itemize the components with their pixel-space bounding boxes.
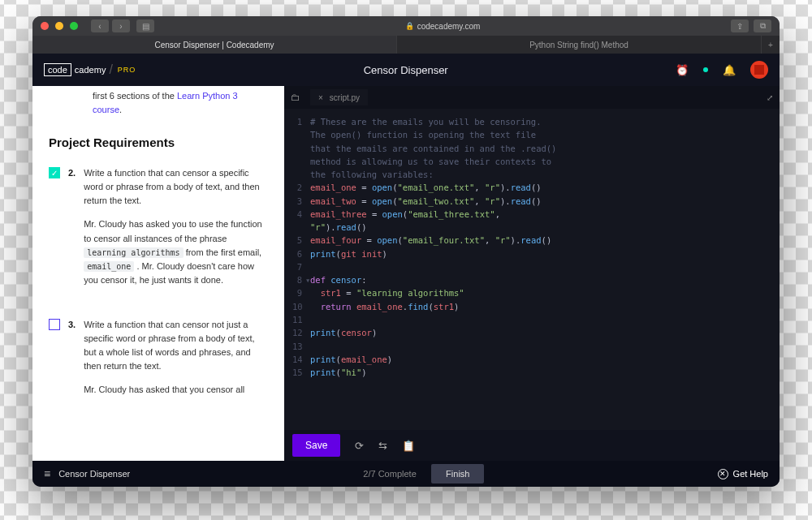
status-dot-icon [703, 67, 708, 72]
footer-center: 2/7 Complete Finish [130, 464, 717, 483]
address-bar[interactable]: 🔒 codecademy.com [161, 22, 724, 31]
alarm-icon[interactable]: ⏰ [676, 64, 689, 76]
req-p2: Mr. Cloudy has asked you to use the func… [84, 217, 268, 286]
requirement-2: ✓ 2. Write a function that can censor a … [49, 166, 268, 296]
minimize-window-icon[interactable] [55, 22, 63, 30]
footer: ≡ Censor Dispenser 2/7 Complete Finish ✕… [32, 461, 780, 487]
page-title: Censor Dispenser [136, 64, 676, 76]
save-button[interactable]: Save [292, 434, 340, 457]
share-button[interactable]: ⇪ [731, 19, 749, 32]
requirement-body: Write a function that can censor a speci… [84, 166, 268, 296]
logo-pro: PRO [118, 66, 136, 74]
titlebar: ‹ › ▤ 🔒 codecademy.com ⇪ ⧉ [32, 16, 780, 36]
editor-actions: Save ⟳ ⇆ 📋 [284, 430, 780, 461]
close-window-icon[interactable] [41, 22, 49, 30]
instructions-panel: first 6 sections of the Learn Python 3 c… [32, 86, 284, 461]
expand-icon[interactable]: ⤢ [767, 93, 773, 102]
browser-window: ‹ › ▤ 🔒 codecademy.com ⇪ ⧉ Censor Dispen… [32, 16, 780, 487]
maximize-window-icon[interactable] [70, 22, 78, 30]
req-p1: Write a function that can censor a speci… [84, 166, 268, 208]
code-phrase: learning algorithms [84, 247, 183, 258]
editor-tabs: 🗀 × script.py ⤢ [284, 86, 780, 109]
logo-box: code [44, 63, 71, 76]
browser-tab-1[interactable]: Python String find() Method [397, 36, 762, 54]
code-editor[interactable]: 1# These are the emails you will be cens… [284, 109, 780, 430]
get-help[interactable]: ✕ Get Help [718, 469, 768, 479]
requirement-number: 3. [68, 318, 76, 406]
url-text: codecademy.com [417, 22, 481, 31]
intro-prefix: first 6 sections of the [93, 91, 177, 101]
requirement-body: Write a function that can censor not jus… [84, 318, 268, 406]
footer-title: Censor Dispenser [58, 469, 130, 479]
menu-icon[interactable]: ≡ [44, 467, 50, 480]
filename: script.py [330, 93, 360, 102]
logo[interactable]: code cademy / PRO [44, 62, 136, 77]
close-file-icon[interactable]: × [318, 93, 323, 102]
file-tab[interactable]: × script.py [310, 89, 368, 105]
browser-tabstrip: Censor Dispenser | Codecademy Python Str… [32, 36, 780, 54]
help-label: Get Help [733, 469, 768, 479]
requirement-3: 3. Write a function that can censor not … [49, 318, 268, 406]
folder-icon[interactable]: 🗀 [291, 92, 300, 103]
code-var: email_one [84, 261, 134, 272]
avatar[interactable] [750, 61, 768, 79]
checkbox-done[interactable]: ✓ [49, 167, 60, 178]
logo-slash: / [109, 62, 112, 77]
app-header: code cademy / PRO Censor Dispenser ⏰ 🔔 [32, 54, 780, 86]
main-area: first 6 sections of the Learn Python 3 c… [32, 86, 780, 461]
req3-p1: Write a function that can censor not jus… [84, 318, 268, 373]
intro-text: first 6 sections of the Learn Python 3 c… [93, 86, 268, 117]
lock-icon: 🔒 [405, 22, 414, 30]
section-title: Project Requirements [49, 133, 268, 152]
req3-p2: Mr. Cloudy has asked that you censor all [84, 383, 268, 397]
progress-text: 2/7 Complete [363, 469, 416, 479]
share-icon[interactable]: ⇆ [378, 440, 387, 452]
copy-icon[interactable]: 📋 [402, 440, 415, 452]
browser-tab-0[interactable]: Censor Dispenser | Codecademy [32, 36, 397, 54]
requirement-number: 2. [68, 166, 76, 296]
logo-text: cademy [75, 65, 106, 75]
new-tab-button[interactable]: + [762, 36, 780, 54]
editor-panel: 🗀 × script.py ⤢ 1# These are the emails … [284, 86, 780, 461]
back-button[interactable]: ‹ [91, 19, 109, 32]
bell-icon[interactable]: 🔔 [723, 64, 736, 76]
refresh-icon[interactable]: ⟳ [355, 440, 364, 452]
intro-suffix: . [119, 105, 122, 114]
checkbox-empty[interactable] [49, 319, 60, 330]
sidebar-button[interactable]: ▤ [136, 19, 154, 32]
forward-button[interactable]: › [112, 19, 130, 32]
finish-button[interactable]: Finish [431, 464, 484, 483]
help-icon: ✕ [718, 469, 728, 479]
tabs-button[interactable]: ⧉ [754, 19, 771, 32]
